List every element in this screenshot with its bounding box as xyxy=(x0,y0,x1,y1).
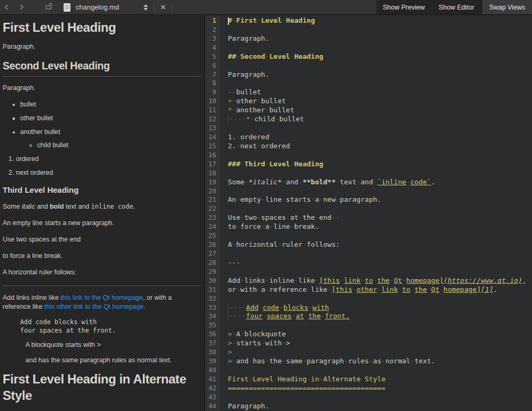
syntax-token: Style xyxy=(365,375,385,383)
line-number: 20 xyxy=(205,187,219,196)
whitespace-dots: · xyxy=(257,142,261,150)
editor-line: 1#·First·Level·Heading xyxy=(205,16,532,25)
line-text: Some·*italic*·and·**bold**·text·and·`inl… xyxy=(219,178,435,187)
line-text xyxy=(219,294,228,303)
whitespace-dots: · xyxy=(232,339,236,347)
line-text xyxy=(219,61,228,70)
syntax-token: [1] xyxy=(481,285,493,293)
preview-heading: Second Level Heading xyxy=(3,59,201,77)
syntax-token: --- xyxy=(228,258,240,266)
syntax-token: > xyxy=(228,348,232,356)
editor-line: 22 xyxy=(205,204,532,213)
editor-line: 23Use·two·spaces·at·the·end·· xyxy=(205,213,532,222)
whitespace-dots: · xyxy=(232,240,236,248)
syntax-token: blocks xyxy=(283,303,308,311)
syntax-token: bullet xyxy=(269,106,294,114)
line-number: 9 xyxy=(205,88,219,97)
whitespace-dots: · xyxy=(232,357,236,365)
preview-blockquote: A blockquote starts with >and has the sa… xyxy=(25,341,201,365)
list-item: next ordered xyxy=(16,168,201,177)
syntax-token: ruler xyxy=(282,240,303,248)
preview-link[interactable]: this other link to the Qt homepage xyxy=(45,303,144,310)
whitespace-dots: · xyxy=(282,195,286,203)
syntax-token: in xyxy=(311,375,320,383)
line-text: #·First·Level·Heading xyxy=(219,16,315,25)
syntax-token: Paragraph. xyxy=(228,70,269,78)
line-text: -·bullet xyxy=(219,88,261,97)
line-text xyxy=(219,249,228,258)
whitespace-dots: · xyxy=(373,178,377,186)
whitespace-dots: · xyxy=(307,285,311,293)
back-button[interactable] xyxy=(0,0,14,14)
split-updown-icon[interactable] xyxy=(140,4,151,11)
line-number: 34 xyxy=(205,312,219,321)
whitespace-dots: ·· xyxy=(332,213,340,221)
preview-paragraph: Paragraph. xyxy=(3,42,201,51)
show-preview-button[interactable]: Show Preview xyxy=(376,0,432,14)
editor-pane[interactable]: 1#·First·Level·Heading23Paragraph.45##·S… xyxy=(205,15,532,411)
editor-line: 25 xyxy=(205,231,532,240)
preview-paragraph: A horizontal ruler follows: xyxy=(3,268,201,277)
line-text xyxy=(219,267,228,276)
editor-line: 35 xyxy=(205,321,532,330)
editor-line: 30Add·links·inline·like·[this·link·to·th… xyxy=(205,276,532,285)
whitespace-dots: · xyxy=(439,285,444,293)
line-text: Paragraph. xyxy=(219,70,269,79)
syntax-token: Use xyxy=(228,213,240,221)
text-run: Paragraph. xyxy=(3,84,36,92)
swap-views-button[interactable]: Swap Views xyxy=(481,0,532,14)
line-number: 35 xyxy=(205,321,219,330)
line-text: ····Add·code·blocks·with xyxy=(219,303,329,312)
text-run: Add links inline like xyxy=(3,294,60,301)
whitespace-dots: · xyxy=(257,16,261,24)
line-number: 19 xyxy=(205,178,219,187)
text-run: text and xyxy=(64,203,91,210)
text-run: Use two spaces at the end xyxy=(3,236,81,243)
syntax-token: *italic* xyxy=(249,178,282,186)
syntax-token: and xyxy=(236,357,249,365)
forward-button[interactable] xyxy=(14,0,28,14)
whitespace-dots: · xyxy=(377,285,382,293)
line-number: 40 xyxy=(205,366,219,375)
syntax-token: reference xyxy=(269,285,306,293)
syntax-token: + xyxy=(228,97,232,105)
line-text xyxy=(219,393,228,402)
syntax-token: paragraph. xyxy=(340,195,381,203)
whitespace-dots: · xyxy=(319,195,323,203)
syntax-token: ## xyxy=(228,52,236,60)
syntax-token: (https://www.qt.io) xyxy=(444,276,522,284)
line-text: A·horizontal·ruler·follows: xyxy=(219,240,340,249)
syntax-token: Heading xyxy=(294,52,323,60)
indent-guide xyxy=(228,304,228,312)
whitespace-dots: · xyxy=(319,375,323,383)
syntax-token: to xyxy=(365,276,373,284)
preview-link[interactable]: this link to the Qt homepage xyxy=(60,294,143,301)
syntax-token: > xyxy=(228,339,232,347)
whitespace-dots: · xyxy=(232,330,236,338)
syntax-token: with xyxy=(313,303,329,311)
line-number: 38 xyxy=(205,348,219,357)
line-text xyxy=(219,151,228,160)
line-text: *·another·bullet xyxy=(219,106,294,115)
syntax-token: > xyxy=(228,330,232,338)
syntax-token: empty xyxy=(240,195,261,203)
syntax-token: **bold** xyxy=(303,178,336,186)
line-text xyxy=(219,321,228,330)
whitespace-dots: · xyxy=(232,88,236,96)
syntax-token: Paragraph. xyxy=(228,34,269,42)
syntax-token: homepage] xyxy=(406,276,444,284)
chevron-right-icon xyxy=(18,5,23,10)
whitespace-dots: · xyxy=(257,213,261,221)
syntax-token: to xyxy=(402,285,411,293)
line-number: 17 xyxy=(205,160,219,169)
syntax-token: the xyxy=(308,312,321,320)
line-number: 4 xyxy=(205,43,219,52)
close-icon[interactable]: × xyxy=(158,3,169,12)
editor-line: 4 xyxy=(205,43,532,52)
whitespace-dots: · xyxy=(352,285,357,293)
editor-line: 38> xyxy=(205,348,532,357)
show-editor-button[interactable]: Show Editor xyxy=(432,0,481,14)
preview-pane[interactable]: First Level HeadingParagraph.Second Leve… xyxy=(0,15,204,411)
list-item: other bullet xyxy=(20,114,201,123)
line-text: An·empty·line·starts·a·new·paragraph. xyxy=(219,195,382,204)
